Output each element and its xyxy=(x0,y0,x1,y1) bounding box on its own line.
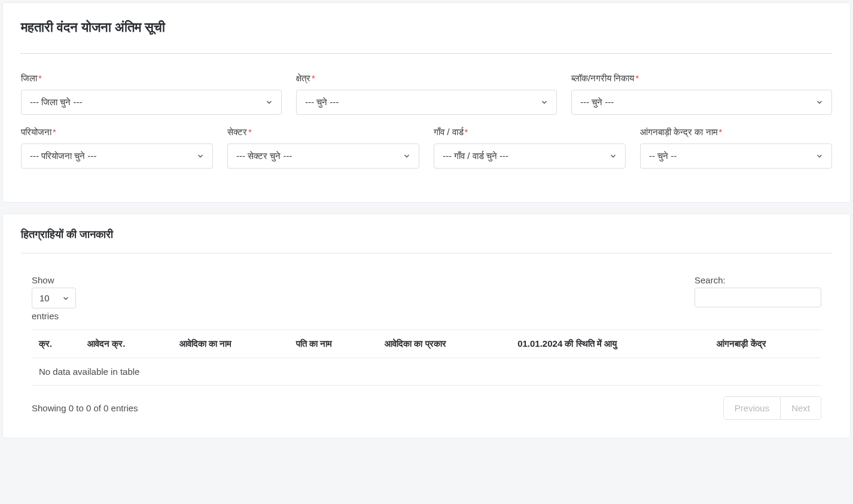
search-box: Search: xyxy=(694,275,821,307)
district-label: जिला* xyxy=(21,73,282,84)
search-label: Search: xyxy=(694,275,821,285)
page-title: महतारी वंदन योजना अंतिम सूची xyxy=(21,20,832,35)
required-mark: * xyxy=(38,73,42,83)
search-input[interactable] xyxy=(694,288,821,307)
empty-message: No data available in table xyxy=(32,358,821,386)
col-applicant-name[interactable]: आवेदिका का नाम xyxy=(172,330,290,358)
village-select[interactable]: --- गाँव / वार्ड चुने --- xyxy=(434,143,626,169)
col-age[interactable]: 01.01.2024 की स्थिति में आयु xyxy=(510,330,709,358)
filter-project: परियोजना* --- परियोजना चुने --- xyxy=(21,127,213,169)
filter-district: जिला* --- जिला चुने --- xyxy=(21,73,282,115)
col-center[interactable]: आंगनबाड़ी केंद्र xyxy=(709,330,821,358)
filter-row-2: परियोजना* --- परियोजना चुने --- सेक्टर* … xyxy=(21,127,832,169)
required-mark: * xyxy=(312,73,315,83)
pagination: Previous Next xyxy=(723,396,821,420)
table-header-row: क्र. आवेदन क्र. आवेदिका का नाम पति का ना… xyxy=(32,330,821,358)
entries-label: entries xyxy=(32,311,76,321)
filter-block: ब्लॉक/नगरीय निकाय* --- चुने --- xyxy=(571,73,832,115)
table-footer: Showing 0 to 0 of 0 entries Previous Nex… xyxy=(21,386,832,420)
village-label: गाँव / वार्ड* xyxy=(434,127,626,138)
filter-row-1: जिला* --- जिला चुने --- क्षेत्र* --- चुन… xyxy=(21,73,832,115)
next-button[interactable]: Next xyxy=(780,397,821,419)
required-mark: * xyxy=(248,127,252,137)
sector-label: सेक्टर* xyxy=(227,127,419,138)
show-entries: Show 10 entries xyxy=(32,275,76,321)
area-label: क्षेत्र* xyxy=(296,73,557,84)
col-father-name[interactable]: पति का नाम xyxy=(289,330,377,358)
anganwadi-label: आंगनबाड़ी केन्द्र का नाम* xyxy=(640,127,832,138)
required-mark: * xyxy=(53,127,56,137)
table-empty-row: No data available in table xyxy=(32,358,821,386)
page-size-select[interactable]: 10 xyxy=(32,288,76,308)
required-mark: * xyxy=(465,127,468,137)
table-controls: Show 10 entries Search: xyxy=(21,275,832,321)
prev-button[interactable]: Previous xyxy=(724,397,780,419)
col-applicant-type[interactable]: आवेदिका का प्रकार xyxy=(377,330,510,358)
filter-anganwadi: आंगनबाड़ी केन्द्र का नाम* -- चुने -- xyxy=(640,127,832,169)
results-table: क्र. आवेदन क्र. आवेदिका का नाम पति का ना… xyxy=(32,329,821,386)
required-mark: * xyxy=(635,73,639,83)
results-card: हितग्राहियों की जानकारी Show 10 entries … xyxy=(2,213,851,438)
table-info: Showing 0 to 0 of 0 entries xyxy=(32,403,138,413)
filter-village: गाँव / वार्ड* --- गाँव / वार्ड चुने --- xyxy=(434,127,626,169)
sector-select[interactable]: --- सेक्टर चुने --- xyxy=(227,143,419,169)
show-label: Show xyxy=(32,275,76,285)
filter-area: क्षेत्र* --- चुने --- xyxy=(296,73,557,115)
required-mark: * xyxy=(719,127,723,137)
col-sno[interactable]: क्र. xyxy=(32,330,80,358)
block-select[interactable]: --- चुने --- xyxy=(571,90,832,115)
district-select[interactable]: --- जिला चुने --- xyxy=(21,90,282,115)
separator xyxy=(21,53,832,54)
project-label: परियोजना* xyxy=(21,127,213,138)
anganwadi-select[interactable]: -- चुने -- xyxy=(640,143,832,169)
section-title: हितग्राहियों की जानकारी xyxy=(21,228,832,253)
filter-sector: सेक्टर* --- सेक्टर चुने --- xyxy=(227,127,419,169)
block-label: ब्लॉक/नगरीय निकाय* xyxy=(571,73,832,84)
area-select[interactable]: --- चुने --- xyxy=(296,90,557,115)
filter-card: महतारी वंदन योजना अंतिम सूची जिला* --- ज… xyxy=(2,2,851,203)
col-app-no[interactable]: आवेदन क्र. xyxy=(80,330,172,358)
project-select[interactable]: --- परियोजना चुने --- xyxy=(21,143,213,169)
